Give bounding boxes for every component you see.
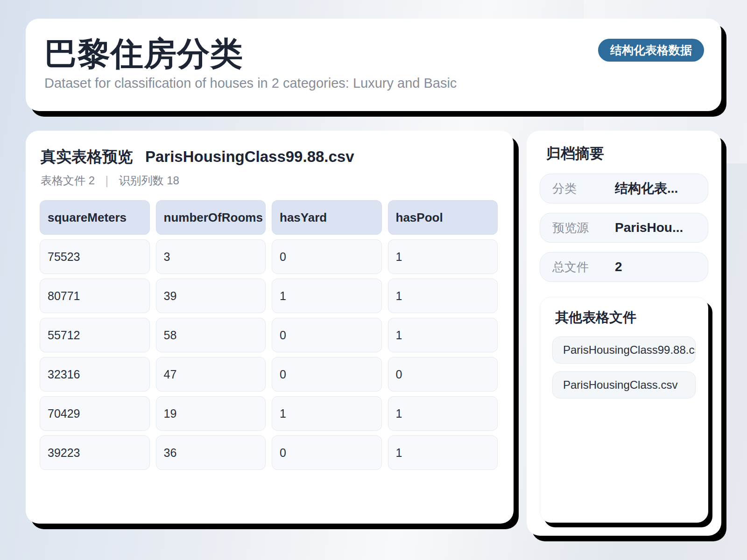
table-cell: 47 (156, 357, 266, 392)
other-files-title: 其他表格文件 (552, 308, 696, 327)
meta-separator: ｜ (101, 173, 113, 188)
table-cell: 75523 (40, 239, 150, 274)
table-preview-card: 真实表格预览 ParisHousingClass99.88.csv 表格文件 2… (26, 131, 514, 524)
table-cell: 3 (156, 239, 266, 274)
table-cell: 1 (272, 396, 382, 431)
table-cell: 1 (388, 318, 498, 352)
table-cell: 0 (272, 239, 382, 274)
table-cell: 1 (388, 239, 498, 274)
preview-header: 真实表格预览 ParisHousingClass99.88.csv (40, 147, 498, 168)
table-header-cell: squareMeters (40, 200, 150, 235)
page-subtitle: Dataset for classification of houses in … (44, 76, 703, 91)
table-header-cell: hasPool (388, 200, 498, 235)
summary-label: 预览源 (552, 220, 615, 236)
archive-summary-card: 归档摘要 分类 结构化表... 预览源 ParisHou... 总文件 2 其他… (527, 131, 721, 536)
summary-row-preview-source: 预览源 ParisHou... (540, 213, 708, 243)
summary-value: ParisHou... (615, 220, 683, 235)
table-cell: 58 (156, 318, 266, 352)
table-cell: 80771 (40, 279, 150, 313)
preview-filename: ParisHousingClass99.88.csv (145, 148, 354, 166)
table-cell: 0 (388, 357, 498, 392)
file-item[interactable]: ParisHousingClass99.88.csv (552, 336, 696, 364)
archive-summary-title: 归档摘要 (540, 144, 708, 163)
other-files-card: 其他表格文件 ParisHousingClass99.88.csv ParisH… (540, 297, 708, 523)
page-header-card: 巴黎住房分类 Dataset for classification of hou… (26, 19, 721, 111)
meta-columns-count: 识别列数 18 (119, 173, 179, 188)
table-cell: 36 (156, 435, 266, 470)
summary-label: 总文件 (552, 259, 615, 275)
table-cell: 1 (388, 279, 498, 313)
table-cell: 39223 (40, 435, 150, 470)
summary-value: 2 (615, 259, 622, 274)
table-cell: 1 (388, 435, 498, 470)
table-cell: 70429 (40, 396, 150, 431)
table-cell: 0 (272, 318, 382, 352)
summary-label: 分类 (552, 181, 615, 197)
preview-meta: 表格文件 2 ｜ 识别列数 18 (40, 173, 498, 188)
meta-files-count: 表格文件 2 (41, 173, 95, 188)
summary-row-category: 分类 结构化表... (540, 174, 708, 203)
table-cell: 39 (156, 279, 266, 313)
table-header-cell: numberOfRooms (156, 200, 266, 235)
table-cell: 0 (272, 435, 382, 470)
table-cell: 55712 (40, 318, 150, 352)
table-cell: 0 (272, 357, 382, 392)
file-item[interactable]: ParisHousingClass.csv (552, 371, 696, 399)
summary-row-total-files: 总文件 2 (540, 252, 708, 282)
table-cell: 1 (388, 396, 498, 431)
table-header-cell: hasYard (272, 200, 382, 235)
table-cell: 19 (156, 396, 266, 431)
table-cell: 32316 (40, 357, 150, 392)
table-cell: 1 (272, 279, 382, 313)
preview-title: 真实表格预览 (41, 147, 133, 168)
data-table: squareMeters numberOfRooms hasYard hasPo… (40, 200, 498, 470)
category-badge: 结构化表格数据 (598, 39, 704, 62)
summary-value: 结构化表... (615, 180, 678, 197)
